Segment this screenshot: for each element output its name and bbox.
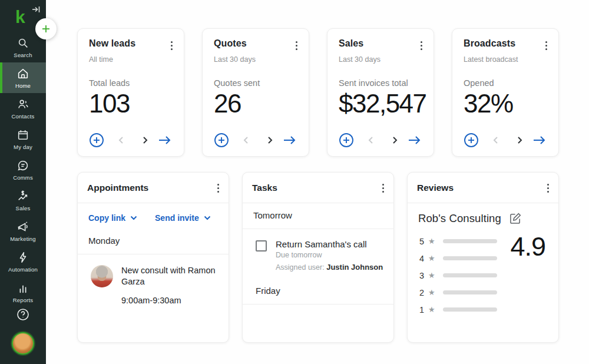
rating-row-2: 2 ★ (418, 288, 549, 297)
chevron-left-icon[interactable] (117, 135, 125, 145)
add-circle-icon[interactable] (89, 133, 104, 148)
rating-bar-track (443, 256, 497, 260)
star-icon: ★ (428, 305, 435, 314)
sidebar-item-label: Sales (16, 205, 31, 211)
arrow-right-icon[interactable] (282, 135, 297, 145)
help-icon[interactable] (16, 307, 30, 324)
appointment-time: 9:00am-9:30am (121, 296, 219, 305)
arrow-right-icon[interactable] (407, 135, 422, 145)
card-subtitle: Last 30 days (339, 55, 422, 64)
chevron-right-icon[interactable] (515, 135, 524, 145)
kebab-menu-icon[interactable] (380, 181, 386, 196)
star-icon: ★ (428, 254, 435, 263)
card-title: Tasks (252, 183, 277, 193)
task-title: Return Samantha's call (276, 239, 383, 249)
sidebar-item-sales[interactable]: Sales (0, 185, 46, 216)
collapse-sidebar-icon[interactable] (32, 5, 40, 15)
metric-value: 26 (214, 89, 297, 118)
rating-number: 2 (418, 288, 424, 297)
sidebar-item-label: My day (14, 144, 32, 150)
metric-label: Total leads (89, 78, 173, 88)
card-subtitle: All time (89, 55, 173, 64)
copy-link-dropdown[interactable]: Copy link (88, 213, 137, 223)
home-icon (16, 67, 29, 80)
kebab-menu-icon[interactable] (169, 38, 175, 53)
chevron-right-icon[interactable] (266, 135, 274, 145)
arrow-right-icon[interactable] (532, 135, 547, 145)
metric-label: Opened (464, 78, 547, 88)
add-circle-icon[interactable] (339, 133, 354, 148)
dashboard: New leads All time Total leads 103 (46, 0, 589, 364)
rating-bar-track (443, 239, 497, 243)
widget-card-row: Appointments Copy link Send invite Monda… (77, 172, 559, 343)
rating-number: 5 (418, 237, 424, 246)
sidebar-item-label: Comms (13, 174, 33, 181)
sidebar-item-reports[interactable]: Reports (0, 277, 46, 307)
sidebar-item-my-day[interactable]: My day (0, 124, 46, 154)
divider (243, 304, 393, 305)
rating-number: 1 (418, 305, 424, 315)
chevron-left-icon[interactable] (242, 135, 250, 145)
sidebar-item-label: Search (14, 52, 32, 58)
stat-card-row: New leads All time Total leads 103 (77, 28, 559, 157)
sidebar-item-comms[interactable]: Comms (0, 154, 46, 185)
sidebar-item-label: Automation (8, 266, 38, 273)
sidebar: k Search Home (0, 0, 46, 364)
card-subtitle: Latest broadcast (464, 55, 547, 64)
kebab-menu-icon[interactable] (294, 38, 300, 53)
arrow-right-icon[interactable] (157, 135, 173, 145)
appointment-title: New consult with Ramon Garza (121, 265, 219, 288)
kebab-menu-icon[interactable] (216, 181, 221, 196)
rating-row-3: 3 ★ (418, 271, 549, 280)
send-invite-label: Send invite (155, 213, 199, 223)
task-checkbox[interactable] (256, 240, 267, 252)
sidebar-item-home[interactable]: Home (0, 62, 46, 93)
add-button[interactable] (35, 18, 57, 39)
stat-card-new-leads: New leads All time Total leads 103 (77, 28, 184, 157)
add-circle-icon[interactable] (214, 133, 229, 148)
assigned-label: Assigned user: (276, 263, 325, 272)
metric-label: Sent invoices total (339, 78, 422, 88)
sidebar-item-automation[interactable]: Automation (0, 246, 46, 277)
card-title: Sales (339, 38, 363, 49)
chevron-left-icon[interactable] (492, 135, 500, 145)
edit-icon[interactable] (509, 212, 522, 224)
sidebar-item-label: Reports (13, 297, 34, 303)
rating-bar-track (443, 307, 497, 312)
metric-value: $32,547 (339, 89, 422, 118)
sidebar-item-contacts[interactable]: Contacts (0, 93, 46, 124)
star-icon: ★ (428, 271, 435, 280)
keap-logo[interactable]: k (15, 8, 25, 26)
contacts-icon (16, 98, 29, 111)
card-title: Broadcasts (464, 38, 515, 49)
star-icon: ★ (428, 288, 435, 297)
contact-avatar (91, 265, 113, 287)
kebab-menu-icon[interactable] (544, 38, 550, 53)
chat-bubble-icon (16, 159, 29, 172)
chevron-left-icon[interactable] (367, 135, 375, 145)
chevron-right-icon[interactable] (141, 135, 149, 145)
appointments-day-header: Monday (78, 229, 229, 254)
stat-card-quotes: Quotes Last 30 days Quotes sent 26 (202, 28, 309, 157)
sidebar-bottom (0, 307, 46, 364)
task-item: Return Samantha's call Due tomorrow Assi… (243, 229, 393, 272)
sidebar-nav: Search Home Contacts (0, 32, 46, 307)
sidebar-item-marketing[interactable]: Marketing (0, 216, 46, 246)
appointments-card: Appointments Copy link Send invite Monda… (77, 172, 229, 343)
chevron-right-icon[interactable] (391, 135, 399, 145)
sidebar-item-label: Home (15, 82, 31, 89)
send-invite-dropdown[interactable]: Send invite (155, 213, 211, 223)
card-title: New leads (89, 38, 135, 49)
task-assigned-user: Assigned user: Justin Johnson (276, 263, 383, 272)
dollar-trend-icon (16, 190, 29, 203)
add-circle-icon[interactable] (464, 133, 479, 148)
rating-bar-track (443, 273, 497, 277)
card-subtitle: Last 30 days (214, 55, 297, 64)
card-title: Quotes (214, 38, 247, 49)
kebab-menu-icon[interactable] (545, 181, 551, 196)
reviews-card: Reviews Rob's Consulting 5 (407, 172, 559, 343)
user-avatar[interactable] (12, 332, 34, 355)
appointment-item[interactable]: New consult with Ramon Garza 9:00am-9:30… (78, 254, 229, 305)
kebab-menu-icon[interactable] (419, 38, 425, 53)
task-due-date: Due tomorrow (276, 251, 383, 259)
